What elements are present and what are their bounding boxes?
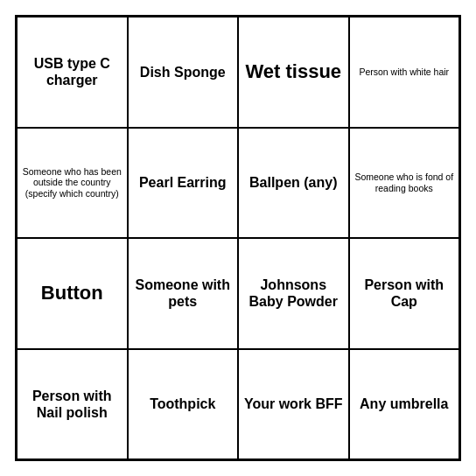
cell-label-c10: Someone with pets	[132, 276, 234, 310]
cell-c4[interactable]: Person with white hair	[349, 17, 460, 128]
cell-label-c16: Any umbrella	[360, 396, 448, 412]
cell-label-c9: Button	[41, 282, 103, 304]
cell-label-c7: Ballpen (any)	[249, 174, 337, 191]
cell-c12[interactable]: Person with Cap	[349, 238, 460, 349]
cell-label-c6: Pearl Earring	[139, 174, 227, 191]
cell-c5[interactable]: Someone who has been outside the country…	[17, 128, 128, 239]
cell-c1[interactable]: USB type C charger	[17, 17, 128, 128]
cell-label-c12: Person with Cap	[354, 276, 456, 310]
cell-c13[interactable]: Person with Nail polish	[17, 349, 128, 460]
cell-label-c11: Johnsons Baby Powder	[242, 276, 345, 310]
cell-c11[interactable]: Johnsons Baby Powder	[238, 238, 349, 349]
cell-label-c8: Someone who is fond of reading books	[354, 172, 456, 193]
cell-c16[interactable]: Any umbrella	[349, 349, 460, 460]
cell-label-c2: Dish Sponge	[140, 64, 226, 80]
cell-c6[interactable]: Pearl Earring	[128, 128, 239, 239]
cell-label-c3: Wet tissue	[245, 60, 341, 83]
cell-label-c4: Person with white hair	[359, 66, 449, 78]
cell-c14[interactable]: Toothpick	[128, 349, 239, 460]
cell-c2[interactable]: Dish Sponge	[128, 17, 239, 128]
cell-c15[interactable]: Your work BFF	[238, 349, 349, 460]
cell-c10[interactable]: Someone with pets	[128, 238, 239, 349]
cell-label-c1: USB type C charger	[21, 55, 123, 88]
cell-label-c15: Your work BFF	[244, 396, 343, 412]
cell-c3[interactable]: Wet tissue	[238, 17, 349, 128]
bingo-board: USB type C chargerDish SpongeWet tissueP…	[15, 15, 461, 461]
cell-c7[interactable]: Ballpen (any)	[238, 128, 349, 239]
cell-label-c5: Someone who has been outside the country…	[21, 166, 123, 200]
cell-c9[interactable]: Button	[17, 238, 128, 349]
cell-label-c13: Person with Nail polish	[21, 388, 123, 421]
cell-c8[interactable]: Someone who is fond of reading books	[349, 128, 460, 239]
cell-label-c14: Toothpick	[150, 396, 215, 412]
